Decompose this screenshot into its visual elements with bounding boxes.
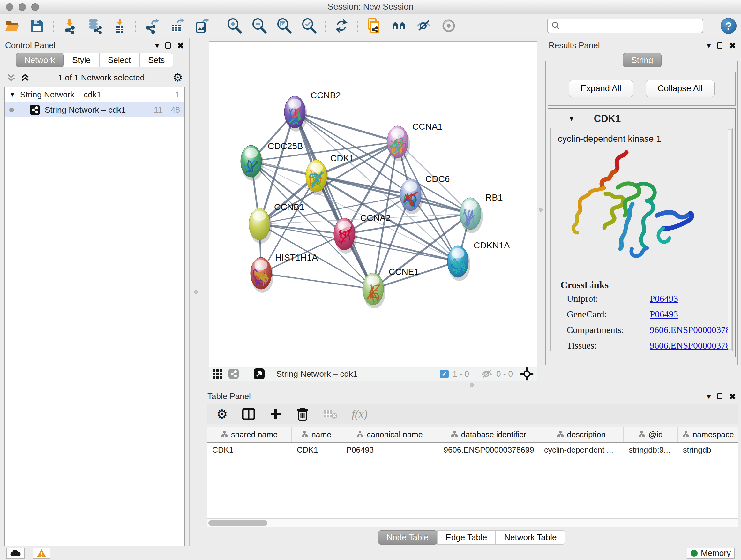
column-header-namespace[interactable]: namespace	[678, 427, 738, 442]
cell-namespace[interactable]: stringdb	[678, 445, 738, 455]
network-view-icon[interactable]	[228, 368, 239, 379]
save-session-icon[interactable]	[29, 18, 45, 34]
tab-select[interactable]: Select	[99, 53, 139, 67]
column-header-database-identifier[interactable]: database identifier	[439, 427, 539, 442]
network-collection-row[interactable]: ▼ String Network – cdk1 1	[5, 87, 185, 102]
network-options-gear-icon[interactable]: ⚙	[173, 72, 183, 83]
open-session-icon[interactable]	[4, 18, 20, 34]
zoom-in-icon[interactable]	[226, 18, 242, 34]
control-panel: Control Panel ▾ ✖ Network Style Select S…	[0, 38, 190, 546]
zoom-fit-icon[interactable]	[276, 18, 292, 34]
cloud-status-button[interactable]	[6, 548, 25, 559]
tab-style[interactable]: Style	[64, 53, 99, 67]
float-panel-icon[interactable]	[165, 43, 171, 49]
collapse-panel-icon[interactable]: ▾	[707, 42, 711, 50]
memory-button[interactable]: Memory	[687, 548, 735, 559]
table-options-gear-icon[interactable]: ⚙	[216, 408, 228, 421]
collection-expand-icon[interactable]: ▼	[9, 91, 16, 98]
memory-status-dot	[690, 550, 697, 557]
show-columns-icon[interactable]	[242, 408, 255, 421]
gene-description: cyclin-dependent kinase 1	[558, 134, 732, 144]
splitter-grip[interactable]	[470, 383, 474, 387]
grid-view-icon[interactable]	[212, 368, 223, 379]
collapse-all-button[interactable]: Collapse All	[646, 80, 715, 97]
network-list: ▼ String Network – cdk1 1 String Network…	[4, 86, 185, 546]
tab-network-table[interactable]: Network Table	[495, 530, 565, 545]
network-canvas[interactable]: CCNB2CCNA1CDC25BCDK1CDC6RB1CCNB1CCNA2CDK…	[209, 41, 537, 367]
network-selection-status: 1 of 1 Network selected	[35, 73, 168, 83]
column-header-id[interactable]: @id	[623, 427, 678, 442]
table-row[interactable]: CDK1 CDK1 P06493 9606.ENSP00000378699 cy…	[207, 442, 738, 457]
column-header-name[interactable]: name	[292, 427, 341, 442]
network-edge-count: 48	[171, 105, 180, 115]
tab-string-results[interactable]: String	[623, 53, 662, 67]
tab-network[interactable]: Network	[16, 53, 64, 67]
search-input[interactable]	[563, 21, 699, 30]
selected-checkbox-icon[interactable]: ✓	[440, 370, 449, 378]
cell-shared-name[interactable]: CDK1	[207, 445, 292, 455]
crosslink-compartments-link[interactable]: 9606.ENSP00000378699	[650, 325, 733, 335]
splitter-grip[interactable]	[194, 290, 198, 294]
right-splitter[interactable]	[537, 38, 543, 381]
delete-table-icon[interactable]	[323, 409, 338, 420]
import-network-file-icon[interactable]	[62, 18, 77, 34]
close-panel-icon[interactable]: ✖	[729, 42, 736, 50]
crosslink-uniprot-link[interactable]: P06493	[650, 294, 733, 304]
export-network-icon[interactable]	[144, 18, 159, 34]
show-all-icon[interactable]	[441, 18, 456, 34]
add-column-icon[interactable]	[269, 408, 282, 421]
svg-text:RB1: RB1	[485, 192, 502, 202]
warnings-button[interactable]	[32, 548, 51, 559]
collapse-all-networks-icon[interactable]	[20, 73, 30, 82]
crosslink-tissues-link[interactable]: 9606.ENSP00000378699	[650, 340, 733, 351]
close-panel-icon[interactable]: ✖	[177, 42, 184, 50]
import-network-database-icon[interactable]	[87, 18, 102, 34]
first-neighbors-icon[interactable]	[391, 18, 407, 34]
column-header-description[interactable]: description	[539, 427, 623, 442]
delete-column-icon[interactable]	[296, 408, 309, 421]
results-scrollbar[interactable]	[728, 129, 732, 350]
cell-name[interactable]: CDK1	[292, 445, 341, 455]
expand-all-networks-icon[interactable]	[6, 73, 16, 82]
hide-selected-icon[interactable]	[416, 18, 431, 34]
crosslink-label: Tissues:	[567, 340, 650, 351]
horizontal-splitter[interactable]	[202, 381, 741, 389]
cell-canonical-name[interactable]: P06493	[341, 445, 439, 455]
refresh-layout-icon[interactable]	[334, 18, 349, 34]
network-row[interactable]: String Network – cdk1 11 48	[5, 102, 185, 118]
left-splitter[interactable]	[190, 38, 202, 546]
crosslink-genecard-link[interactable]: P06493	[650, 309, 733, 320]
crosslink-label: Compartments:	[567, 325, 650, 335]
network-graph[interactable]: CCNB2CCNA1CDC25BCDK1CDC6RB1CCNB1CCNA2CDK…	[209, 42, 537, 367]
export-image-icon[interactable]	[194, 18, 209, 34]
cell-description[interactable]: cyclin-dependent ...	[539, 445, 623, 455]
column-header-shared-name[interactable]: shared name	[207, 427, 292, 442]
tab-edge-table[interactable]: Edge Table	[437, 530, 496, 545]
scrollbar-thumb[interactable]	[208, 520, 267, 525]
cell-id[interactable]: stringdb:9...	[623, 445, 678, 455]
column-header-canonical-name[interactable]: canonical name	[341, 427, 439, 442]
zoom-out-icon[interactable]	[252, 18, 267, 34]
table-horizontal-scrollbar[interactable]	[207, 518, 738, 527]
copy-style-icon[interactable]	[366, 18, 382, 34]
cell-database-identifier[interactable]: 9606.ENSP00000378699	[439, 445, 539, 455]
collapse-panel-icon[interactable]: ▾	[155, 42, 159, 50]
birds-eye-view-icon[interactable]	[520, 367, 534, 381]
expand-all-button[interactable]: Expand All	[569, 80, 633, 97]
export-table-icon[interactable]	[169, 18, 185, 34]
collapse-panel-icon[interactable]: ▾	[707, 393, 711, 400]
detach-view-icon[interactable]	[253, 368, 265, 380]
tab-node-table[interactable]: Node Table	[378, 530, 437, 545]
search-field[interactable]	[547, 18, 703, 33]
help-button[interactable]: ?	[721, 18, 737, 34]
import-table-file-icon[interactable]	[112, 18, 127, 34]
hidden-eye-icon[interactable]	[481, 369, 492, 379]
zoom-selected-icon[interactable]	[301, 18, 317, 34]
tab-sets[interactable]: Sets	[139, 53, 173, 67]
float-panel-icon[interactable]	[717, 393, 723, 399]
close-panel-icon[interactable]: ✖	[729, 392, 736, 401]
function-builder-icon[interactable]: f(x)	[352, 408, 367, 421]
entry-collapse-icon[interactable]: ▼	[568, 115, 575, 123]
float-panel-icon[interactable]	[717, 43, 723, 49]
splitter-grip[interactable]	[539, 208, 542, 212]
